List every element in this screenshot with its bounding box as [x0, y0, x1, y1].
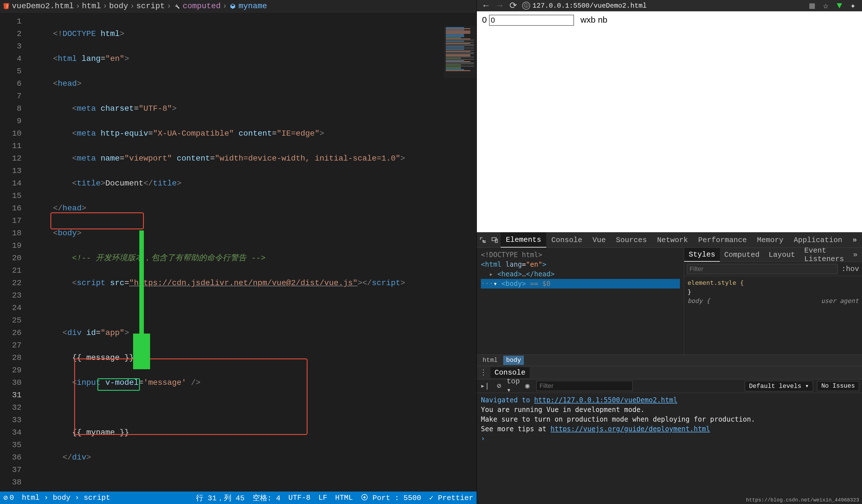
- console-body[interactable]: Navigated to http://127.0.0.1:5500/vueDe…: [477, 393, 862, 504]
- console-tab[interactable]: Console: [491, 367, 529, 378]
- spaces[interactable]: 空格: 4: [252, 493, 280, 503]
- tab-application[interactable]: Application: [789, 233, 848, 248]
- arrow-annotation: [133, 230, 150, 369]
- breadcrumb-item[interactable]: computed: [183, 2, 221, 11]
- tab-layout[interactable]: Layout: [764, 248, 800, 262]
- tab-sources[interactable]: Sources: [611, 233, 652, 248]
- console-filter-input[interactable]: [536, 381, 632, 391]
- tab-console[interactable]: Console: [546, 233, 587, 248]
- highlight-box-1: [50, 212, 144, 229]
- bc-html[interactable]: html: [480, 356, 500, 365]
- encoding[interactable]: UTF-8: [288, 493, 310, 502]
- address-bar[interactable]: ⓘ127.0.0.1:5500/vueDemo2.html: [522, 2, 803, 10]
- dom-breadcrumb: html body: [477, 355, 862, 366]
- styles-overflow-icon[interactable]: »: [848, 248, 862, 262]
- console-drawer-header: ⋮ Console: [477, 366, 862, 380]
- editor-pane: vueDemo2.html › html › body › script › c…: [0, 0, 476, 504]
- styles-panel: Styles Computed Layout Event Listeners »…: [684, 248, 862, 355]
- eye-icon[interactable]: ◉: [522, 381, 532, 391]
- cursor-pos[interactable]: 行 31，列 45: [196, 493, 245, 503]
- editor[interactable]: 123 456 789 101112 131415 161718 192021 …: [0, 12, 476, 492]
- browser-pane: ← → ⟳ ⓘ127.0.0.1:5500/vueDemo2.html ▦ ☆ …: [476, 0, 862, 504]
- breadcrumb-item[interactable]: html: [82, 2, 101, 11]
- console-menu-icon[interactable]: ⋮: [480, 368, 487, 377]
- translate-icon[interactable]: ▦: [808, 1, 817, 10]
- hov-button[interactable]: :hov: [841, 265, 859, 273]
- problems[interactable]: ⊘0: [3, 493, 14, 502]
- console-sidebar-icon[interactable]: ▸|: [480, 381, 490, 391]
- issues[interactable]: No Issues: [817, 381, 859, 391]
- devtools: Elements Console Vue Sources Network Per…: [477, 232, 862, 504]
- prettier[interactable]: ✓ Prettier: [429, 493, 473, 502]
- forward-icon[interactable]: →: [495, 1, 504, 10]
- device-icon[interactable]: [489, 234, 501, 246]
- html5-icon: [2, 2, 10, 10]
- devtools-tabs: Elements Console Vue Sources Network Per…: [477, 233, 862, 248]
- tabs-overflow-icon[interactable]: »: [847, 236, 862, 244]
- code-area[interactable]: <!DOCTYPE html> <html lang="en"> <head> …: [28, 12, 476, 492]
- tab-memory[interactable]: Memory: [752, 233, 789, 248]
- computed-output: wxb nb: [580, 15, 608, 24]
- breadcrumb-file[interactable]: vueDemo2.html: [12, 2, 74, 11]
- styles-filter-input[interactable]: [687, 264, 838, 274]
- minimap[interactable]: [444, 27, 475, 78]
- back-icon[interactable]: ←: [481, 1, 491, 10]
- console-toolbar: ▸| ⊘ top ▾ ◉ Default levels ▾ No Issues: [477, 380, 862, 393]
- tab-elements[interactable]: Elements: [501, 233, 546, 248]
- breadcrumb-item[interactable]: script: [136, 2, 165, 11]
- bookmark-icon[interactable]: ☆: [821, 1, 830, 10]
- extension-icon[interactable]: ▼: [835, 1, 844, 10]
- message-input[interactable]: [489, 15, 574, 26]
- tab-styles[interactable]: Styles: [684, 248, 720, 262]
- highlight-box-2: [74, 358, 308, 435]
- tab-network[interactable]: Network: [652, 233, 693, 248]
- bc-body[interactable]: body: [503, 356, 524, 365]
- message-output: 0: [482, 15, 487, 24]
- live-server-port[interactable]: ⦿ Port : 5500: [361, 493, 421, 502]
- tab-performance[interactable]: Performance: [693, 233, 752, 248]
- breadcrumb-item[interactable]: body: [109, 2, 128, 11]
- watermark: https://blog.csdn.net/weixin_44968323: [746, 497, 859, 503]
- elements-panel[interactable]: <!DOCTYPE html> <html lang="en"> ▸ <head…: [477, 248, 684, 355]
- log-levels[interactable]: Default levels ▾: [745, 381, 813, 391]
- tab-computed[interactable]: Computed: [720, 248, 764, 262]
- eol[interactable]: LF: [318, 493, 327, 502]
- clear-console-icon[interactable]: ⊘: [494, 381, 504, 391]
- reload-icon[interactable]: ⟳: [509, 1, 518, 10]
- path[interactable]: html › body › script: [22, 493, 110, 502]
- page-content: 0 wxb nb: [477, 11, 862, 232]
- line-gutter: 123 456 789 101112 131415 161718 192021 …: [0, 12, 28, 492]
- cube-icon: [229, 2, 237, 10]
- wrench-icon: [173, 2, 181, 10]
- breadcrumb: vueDemo2.html › html › body › script › c…: [0, 0, 476, 12]
- info-icon: ⓘ: [522, 2, 530, 10]
- context-selector[interactable]: top ▾: [508, 381, 518, 391]
- breadcrumb-item[interactable]: myname: [238, 2, 267, 11]
- tab-event-listeners[interactable]: Event Listeners: [800, 248, 848, 262]
- browser-toolbar: ← → ⟳ ⓘ127.0.0.1:5500/vueDemo2.html ▦ ☆ …: [477, 0, 862, 11]
- status-bar: ⊘0 html › body › script 行 31，列 45 空格: 4 …: [0, 492, 476, 504]
- puzzle-icon[interactable]: ✦: [848, 1, 858, 10]
- inspect-icon[interactable]: [477, 234, 489, 246]
- language[interactable]: HTML: [335, 493, 353, 502]
- tab-vue[interactable]: Vue: [587, 233, 611, 248]
